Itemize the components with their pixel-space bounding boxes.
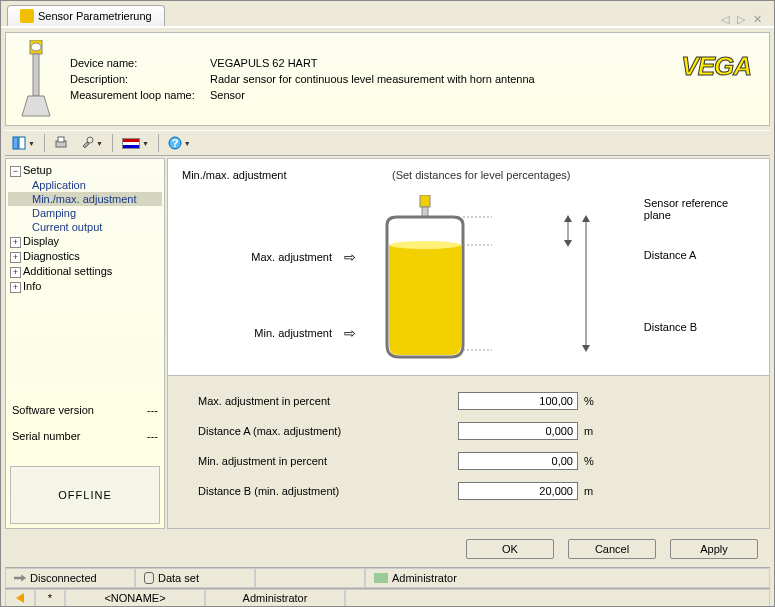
- device-name-value: VEGAPULS 62 HART: [210, 57, 535, 69]
- chevron-down-icon: ▼: [96, 140, 103, 147]
- svg-point-8: [87, 137, 93, 143]
- dialog-buttons: OK Cancel Apply: [5, 531, 770, 567]
- dist-a-field-label: Distance A (max. adjustment): [198, 425, 458, 437]
- help-button[interactable]: ?▼: [163, 133, 196, 153]
- form-area: Max. adjustment in percent % Distance A …: [167, 376, 770, 529]
- svg-point-13: [389, 241, 461, 249]
- svg-marker-21: [582, 345, 590, 352]
- max-pct-input[interactable]: [458, 392, 578, 410]
- apply-button[interactable]: Apply: [670, 539, 758, 559]
- header-panel: Device name: VEGAPULS 62 HART Descriptio…: [5, 32, 770, 126]
- toolbar: ▼ ▼ ▼ ?▼: [5, 130, 770, 156]
- language-button[interactable]: ▼: [117, 135, 154, 152]
- page-hint: (Set distances for level percentages): [392, 169, 571, 181]
- ok-button[interactable]: OK: [466, 539, 554, 559]
- svg-rect-4: [13, 137, 18, 149]
- max-pct-unit: %: [578, 395, 598, 407]
- window-controls: ◁ ▷ ✕: [718, 13, 768, 26]
- tree-damping[interactable]: Damping: [8, 206, 162, 220]
- admin-label: Administrator: [392, 572, 457, 584]
- tree-minmax[interactable]: Min./max. adjustment: [8, 192, 162, 206]
- chevron-down-icon: ▼: [184, 140, 191, 147]
- dist-a-label: Distance A: [644, 249, 755, 261]
- description-value: Radar sensor for continuous level measur…: [210, 73, 535, 85]
- tree-additional[interactable]: +Additional settings: [8, 264, 162, 279]
- print-button[interactable]: [49, 133, 73, 153]
- min-pct-label: Min. adjustment in percent: [198, 455, 458, 467]
- dist-a-input[interactable]: [458, 422, 578, 440]
- tab-title: Sensor Parametrierung: [38, 10, 152, 22]
- conn-label: Disconnected: [30, 572, 97, 584]
- dist-b-input[interactable]: [458, 482, 578, 500]
- device-info: Device name: VEGAPULS 62 HART Descriptio…: [70, 57, 535, 101]
- connection-status: OFFLINE: [10, 466, 160, 524]
- nav-tree-panel: −Setup Application Min./max. adjustment …: [5, 158, 165, 529]
- audio-button[interactable]: [5, 589, 35, 607]
- page-title: Min./max. adjustment: [182, 169, 392, 181]
- cancel-button[interactable]: Cancel: [568, 539, 656, 559]
- svg-marker-2: [22, 96, 50, 116]
- dataset-icon: [144, 572, 154, 584]
- nav-tree: −Setup Application Min./max. adjustment …: [6, 159, 164, 398]
- serial-value: ---: [147, 430, 158, 442]
- dist-b-label: Distance B: [644, 321, 755, 333]
- expand-icon[interactable]: +: [10, 282, 21, 293]
- content-panel: Min./max. adjustment (Set distances for …: [167, 158, 770, 529]
- user-icon: [374, 573, 388, 583]
- min-adj-label: Min. adjustment: [182, 327, 332, 339]
- tab-sensor-param[interactable]: Sensor Parametrierung: [7, 5, 165, 26]
- tree-setup[interactable]: −Setup: [8, 163, 162, 178]
- max-pct-label: Max. adjustment in percent: [198, 395, 458, 407]
- layout-button[interactable]: ▼: [7, 133, 40, 153]
- tree-display[interactable]: +Display: [8, 234, 162, 249]
- sw-version-value: ---: [147, 404, 158, 416]
- plug-icon: [14, 572, 26, 584]
- expand-icon[interactable]: +: [10, 252, 21, 263]
- tree-diagnostics[interactable]: +Diagnostics: [8, 249, 162, 264]
- svg-rect-7: [58, 137, 64, 142]
- svg-marker-19: [564, 215, 572, 222]
- expand-icon[interactable]: +: [10, 237, 21, 248]
- close-icon[interactable]: ✕: [750, 13, 764, 26]
- arrow-icon: ⇨: [338, 249, 362, 265]
- svg-point-3: [31, 43, 41, 51]
- dataset-label: Data set: [158, 572, 199, 584]
- tree-application[interactable]: Application: [8, 178, 162, 192]
- tree-current-output[interactable]: Current output: [8, 220, 162, 234]
- device-name-label: Device name:: [70, 57, 210, 69]
- tree-info[interactable]: +Info: [8, 279, 162, 294]
- svg-text:?: ?: [171, 137, 178, 149]
- status-bar-2: * <NONAME> Administrator: [5, 588, 770, 607]
- loop-name-value: Sensor: [210, 89, 535, 101]
- tab-bar: Sensor Parametrierung ◁ ▷ ✕: [1, 1, 774, 28]
- arrow-icon: ⇨: [338, 325, 362, 341]
- collapse-icon[interactable]: −: [10, 166, 21, 177]
- device-meta: Software version--- Serial number---: [6, 398, 164, 462]
- svg-rect-1: [33, 54, 39, 96]
- status-bar: Disconnected Data set Administrator: [5, 567, 770, 588]
- dist-a-unit: m: [578, 425, 598, 437]
- distance-arrows: [556, 195, 643, 365]
- speaker-icon: [16, 593, 24, 603]
- min-pct-input[interactable]: [458, 452, 578, 470]
- brand-logo: VEGA: [681, 51, 751, 82]
- svg-marker-22: [582, 215, 590, 222]
- chevron-down-icon: ▼: [28, 140, 35, 147]
- next-icon[interactable]: ▷: [734, 13, 748, 26]
- loop-name-label: Measurement loop name:: [70, 89, 210, 101]
- svg-rect-11: [420, 195, 430, 207]
- main-area: −Setup Application Min./max. adjustment …: [5, 158, 770, 529]
- dist-b-unit: m: [578, 485, 598, 497]
- serial-label: Serial number: [12, 430, 80, 442]
- prev-icon[interactable]: ◁: [718, 13, 732, 26]
- sw-version-label: Software version: [12, 404, 94, 416]
- description-label: Description:: [70, 73, 210, 85]
- expand-icon[interactable]: +: [10, 267, 21, 278]
- star-indicator: *: [35, 589, 65, 607]
- tools-button[interactable]: ▼: [75, 133, 108, 153]
- dist-b-field-label: Distance B (min. adjustment): [198, 485, 458, 497]
- min-pct-unit: %: [578, 455, 598, 467]
- flag-icon: [122, 138, 140, 149]
- svg-marker-18: [564, 240, 572, 247]
- svg-rect-5: [19, 137, 25, 149]
